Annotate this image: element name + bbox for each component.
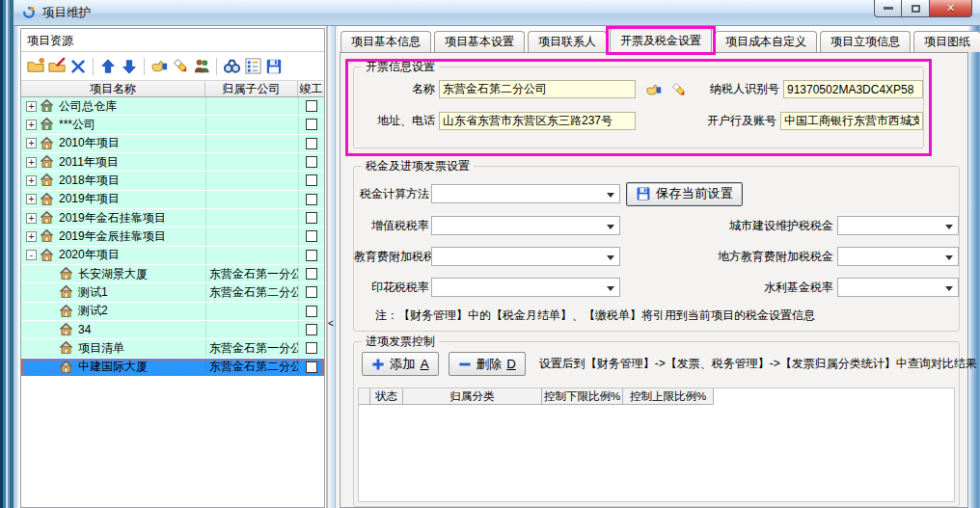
completion-checkbox[interactable]	[306, 119, 317, 130]
panel-caption: 项目资源	[21, 29, 324, 52]
users-icon[interactable]	[191, 56, 212, 77]
completion-checkbox[interactable]	[306, 212, 317, 224]
expander-icon[interactable]: +	[26, 194, 37, 204]
tax-method-select[interactable]	[431, 184, 620, 203]
completion-checkbox[interactable]	[306, 361, 317, 373]
tab-label: 项目联系人	[538, 34, 596, 50]
stamp-tax-select[interactable]	[431, 278, 620, 297]
save-icon[interactable]	[263, 56, 285, 77]
address-phone-input[interactable]	[439, 112, 636, 130]
name-input[interactable]	[439, 80, 636, 98]
bank-account-input[interactable]	[780, 112, 923, 130]
tree-row-13[interactable]: 项目清单 东营金石第一分公	[21, 339, 324, 358]
expander-icon[interactable]: +	[26, 213, 37, 224]
search-icon[interactable]	[221, 56, 242, 77]
edit-folder-icon[interactable]	[46, 56, 68, 77]
tree-row-10[interactable]: 测试1 东营金石第二分公	[21, 283, 324, 302]
completion-cell	[298, 359, 324, 376]
completion-checkbox[interactable]	[306, 230, 317, 242]
tab-2[interactable]: 项目联系人	[528, 31, 607, 52]
panel-splitter[interactable]: <	[326, 26, 339, 508]
expander-icon[interactable]: +	[26, 175, 37, 186]
completion-checkbox[interactable]	[306, 250, 317, 261]
expander-icon[interactable]: +	[26, 120, 37, 130]
completion-checkbox[interactable]	[306, 286, 317, 298]
tab-3[interactable]: 开票及税金设置	[610, 26, 712, 52]
tab-5[interactable]: 项目立项信息	[820, 31, 911, 52]
erase-icon[interactable]	[170, 56, 191, 77]
tab-0[interactable]: 项目基本信息	[340, 31, 431, 52]
column-header-company: 归属子公司	[205, 81, 298, 96]
expander-icon[interactable]: +	[26, 138, 37, 148]
delete-label: 删除	[476, 356, 503, 373]
completion-checkbox[interactable]	[306, 138, 317, 149]
tree-row-12[interactable]: 34	[21, 321, 324, 339]
city-tax-select[interactable]	[837, 216, 959, 235]
assign-hand-icon[interactable]	[644, 81, 664, 98]
taxpayer-id-input[interactable]	[783, 80, 923, 98]
completion-checkbox[interactable]	[306, 156, 317, 168]
minimize-button[interactable]	[874, 0, 902, 17]
add-button[interactable]: 添加A	[362, 352, 439, 376]
project-company	[205, 247, 298, 264]
completion-checkbox[interactable]	[306, 268, 317, 280]
tab-6[interactable]: 项目图纸	[913, 31, 980, 52]
delete-icon[interactable]	[68, 56, 89, 77]
completion-checkbox[interactable]	[306, 194, 317, 205]
house-icon	[40, 248, 55, 263]
tree-row-8[interactable]: - 2020年项目	[21, 247, 324, 265]
toolbar-separator	[93, 58, 94, 75]
house-icon	[40, 136, 55, 151]
tree-row-6[interactable]: + 2019年金石挂靠项目	[21, 209, 324, 227]
completion-checkbox[interactable]	[306, 306, 317, 317]
erase-icon[interactable]	[669, 81, 689, 98]
collapse-arrow-icon[interactable]: <	[328, 318, 334, 329]
completion-checkbox[interactable]	[306, 342, 317, 354]
tree-row-4[interactable]: + 2018年项目	[21, 172, 324, 190]
expander-icon[interactable]: +	[26, 231, 37, 242]
tree-row-3[interactable]: + 2011年项目	[21, 153, 324, 172]
checklist-icon[interactable]	[242, 56, 263, 77]
assign-hand-icon[interactable]	[149, 56, 170, 77]
move-up-icon[interactable]	[97, 56, 119, 77]
tree-row-0[interactable]: + 公司总仓库	[21, 97, 324, 116]
completion-cell	[298, 321, 324, 338]
expander-icon[interactable]: +	[26, 101, 37, 112]
tree-row-5[interactable]: + 2019年项目	[21, 191, 324, 209]
tree-row-7[interactable]: + 2019年金辰挂靠项目	[21, 227, 324, 246]
new-folder-icon[interactable]	[25, 56, 46, 77]
completion-checkbox[interactable]	[306, 174, 317, 186]
save-settings-label: 保存当前设置	[656, 185, 733, 202]
tab-1[interactable]: 项目基本设置	[434, 31, 525, 52]
tree-row-1[interactable]: + ***公司	[21, 116, 324, 134]
tree-row-2[interactable]: + 2010年项目	[21, 135, 324, 153]
completion-cell	[298, 135, 324, 152]
completion-cell	[298, 227, 324, 245]
tree-row-14[interactable]: 中建国际大厦 东营金石第二分公	[21, 359, 324, 377]
delete-button[interactable]: 删除D	[449, 352, 526, 376]
expander-icon[interactable]: -	[26, 250, 37, 260]
local-edu-surtax-select[interactable]	[837, 247, 959, 266]
tree-row-11[interactable]: 测试2	[21, 303, 324, 321]
window-frame-right	[968, 26, 980, 508]
water-fund-select[interactable]	[837, 278, 959, 297]
vat-rate-select[interactable]	[431, 216, 620, 235]
expander-icon[interactable]: +	[26, 157, 37, 168]
save-settings-button[interactable]: 保存当前设置	[626, 182, 743, 206]
close-button[interactable]: ✕	[929, 0, 972, 17]
move-down-icon[interactable]	[119, 56, 140, 77]
group-title: 开票信息设置	[362, 59, 439, 75]
completion-checkbox[interactable]	[306, 324, 317, 335]
project-maintenance-window: 项目维护 ✕ 项目资源	[14, 0, 980, 508]
add-mnemonic: A	[421, 357, 429, 371]
house-icon	[40, 173, 55, 188]
edu-surtax-select[interactable]	[431, 247, 620, 266]
tree-row-9[interactable]: 长安湖景大厦 东营金石第一分公	[21, 265, 324, 283]
maximize-button[interactable]	[902, 0, 929, 17]
minimize-icon	[884, 7, 893, 10]
project-company: 东营金石第二分公	[205, 359, 298, 376]
tab-4[interactable]: 项目成本自定义	[715, 31, 817, 52]
house-icon	[40, 98, 55, 114]
completion-checkbox[interactable]	[306, 100, 317, 112]
project-name: 中建国际大厦	[74, 359, 205, 375]
